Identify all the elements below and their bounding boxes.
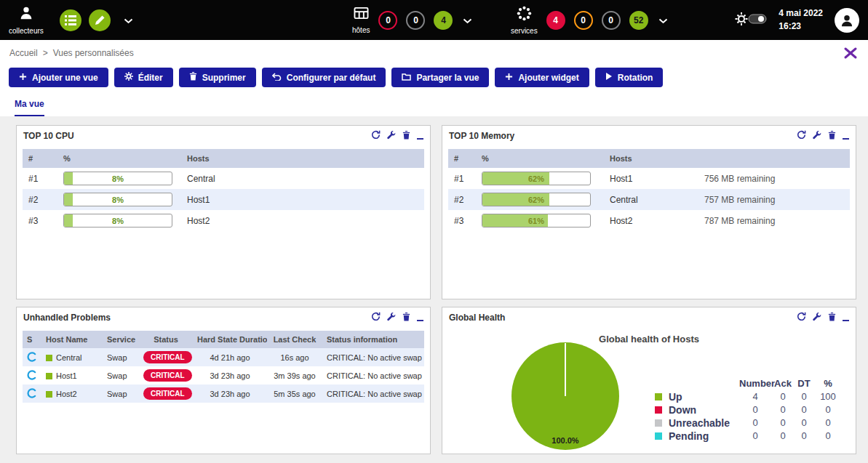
column-header: % bbox=[57, 149, 181, 168]
trash-icon[interactable] bbox=[828, 311, 836, 324]
set-default-button[interactable]: Configurer par défaut bbox=[262, 68, 386, 87]
trash-icon[interactable] bbox=[402, 129, 410, 142]
trash-icon[interactable] bbox=[402, 311, 410, 324]
host-cell[interactable]: Central bbox=[41, 348, 103, 366]
service-cell[interactable]: Swap bbox=[103, 366, 139, 385]
refresh-icon[interactable] bbox=[371, 129, 381, 142]
services-ok-counter[interactable]: 52 bbox=[629, 11, 648, 30]
service-cell[interactable]: Swap bbox=[103, 348, 139, 366]
rank-cell: #2 bbox=[23, 189, 57, 210]
gear-icon bbox=[124, 72, 133, 83]
rotation-button[interactable]: Rotation bbox=[595, 68, 664, 87]
legend-number: 4 bbox=[739, 390, 771, 403]
widget-top10-memory: TOP 10 Memory # % Hosts bbox=[442, 125, 856, 299]
host-cell[interactable]: Host2 bbox=[41, 385, 103, 403]
rank-cell: #3 bbox=[448, 210, 476, 231]
chevron-down-icon[interactable] bbox=[658, 14, 668, 27]
status-info-cell: CRITICAL: No active swap bbox=[322, 348, 424, 366]
rank-cell: #2 bbox=[448, 189, 476, 210]
legend-label: Pending bbox=[665, 430, 739, 443]
host-status-square bbox=[46, 373, 52, 379]
minimize-icon[interactable] bbox=[417, 132, 423, 140]
services-warning-counter[interactable]: 0 bbox=[574, 11, 593, 30]
duration-cell: 3d 23h ago bbox=[193, 385, 267, 403]
chevron-down-icon[interactable] bbox=[124, 14, 133, 27]
button-label: Ajouter une vue bbox=[32, 73, 98, 83]
breadcrumb-home[interactable]: Accueil bbox=[9, 48, 38, 58]
share-view-button[interactable]: Partager la vue bbox=[391, 68, 489, 87]
user-avatar[interactable] bbox=[835, 8, 859, 33]
host-cell[interactable]: Host1 bbox=[41, 366, 103, 385]
legend-label: Down bbox=[665, 403, 739, 416]
services-unknown-counter[interactable]: 0 bbox=[602, 11, 621, 30]
play-icon bbox=[605, 72, 613, 83]
wrench-icon[interactable] bbox=[387, 311, 396, 324]
host-cell: Central bbox=[181, 168, 424, 189]
hosts-unreachable-counter[interactable]: 0 bbox=[406, 11, 425, 30]
problems-table: S Host Name Service Status Hard State Du… bbox=[23, 331, 424, 403]
cpu-progress-bar: 8% bbox=[63, 193, 172, 206]
memory-progress-bar: 62% bbox=[482, 193, 591, 206]
refresh-icon[interactable] bbox=[371, 311, 381, 324]
centreon-icon bbox=[27, 355, 37, 363]
legend-swatch-pending bbox=[655, 432, 662, 440]
hosts-up-counter[interactable]: 4 bbox=[434, 11, 453, 30]
remaining-cell: 757 MB remaining bbox=[698, 189, 850, 210]
refresh-icon[interactable] bbox=[797, 311, 806, 324]
pie-slice-divider bbox=[565, 343, 566, 396]
trash-icon[interactable] bbox=[828, 129, 836, 142]
memory-progress-bar: 62% bbox=[482, 172, 591, 185]
legend-pct: 0 bbox=[813, 403, 843, 416]
chevron-down-icon[interactable] bbox=[463, 14, 472, 27]
tab-ma-vue[interactable]: Ma vue bbox=[15, 99, 44, 116]
minimize-icon[interactable] bbox=[843, 132, 849, 140]
edit-view-button[interactable]: Éditer bbox=[114, 68, 173, 87]
services-label: services bbox=[511, 27, 538, 35]
chart-title: Global health of Hosts bbox=[442, 334, 856, 345]
host-cell: Host2 bbox=[181, 210, 424, 231]
status-badge: CRITICAL bbox=[143, 387, 192, 400]
wrench-icon[interactable] bbox=[813, 129, 821, 142]
poller-list-icon[interactable] bbox=[60, 9, 81, 31]
crossed-tools-icon[interactable] bbox=[843, 47, 858, 63]
legend-dt: 0 bbox=[795, 390, 813, 403]
pollers-menu[interactable]: collecteurs bbox=[9, 0, 44, 40]
legend-label: Up bbox=[665, 390, 739, 403]
clock: 4 mai 2022 16:23 bbox=[779, 7, 823, 33]
widget-title: TOP 10 Memory bbox=[449, 131, 797, 141]
services-menu[interactable]: services bbox=[511, 6, 538, 35]
button-label: Configurer par défaut bbox=[287, 73, 376, 83]
refresh-icon[interactable] bbox=[797, 129, 806, 142]
delete-view-button[interactable]: Supprimer bbox=[179, 68, 256, 87]
minimize-icon[interactable] bbox=[417, 313, 423, 321]
services-critical-counter[interactable]: 4 bbox=[546, 11, 565, 30]
theme-toggle[interactable] bbox=[735, 11, 767, 30]
topbar-right-group: 4 mai 2022 16:23 bbox=[735, 0, 859, 40]
add-widget-button[interactable]: Ajouter widget bbox=[495, 68, 589, 87]
legend-ack: 0 bbox=[771, 416, 795, 430]
person-icon bbox=[18, 5, 34, 24]
add-view-button[interactable]: Ajouter une vue bbox=[9, 68, 108, 87]
cpu-progress-bar: 8% bbox=[63, 172, 172, 185]
button-label: Supprimer bbox=[202, 73, 246, 83]
wrench-icon[interactable] bbox=[387, 129, 396, 142]
column-header: Status bbox=[139, 331, 193, 348]
export-configuration-icon[interactable] bbox=[89, 9, 111, 31]
hosts-menu[interactable]: hôtes bbox=[352, 7, 370, 34]
wrench-icon[interactable] bbox=[813, 311, 821, 324]
clock-time: 16:23 bbox=[779, 20, 823, 33]
legend-dt: 0 bbox=[795, 403, 813, 416]
view-toolbar: Ajouter une vue Éditer Supprimer Configu… bbox=[0, 66, 868, 87]
column-header: Service bbox=[103, 331, 139, 348]
host-status-square bbox=[46, 355, 52, 361]
minimize-icon[interactable] bbox=[843, 313, 849, 321]
legend-swatch-unreachable bbox=[655, 419, 662, 427]
widget-title: TOP 10 CPU bbox=[23, 131, 371, 141]
column-header: Hosts bbox=[181, 149, 424, 168]
table-row: #1 8% Central bbox=[23, 168, 424, 189]
legend-ack: 0 bbox=[771, 430, 795, 443]
legend-label: Unreachable bbox=[665, 416, 739, 430]
breadcrumb-current[interactable]: Vues personnalisées bbox=[53, 48, 134, 58]
hosts-down-counter[interactable]: 0 bbox=[378, 11, 397, 30]
service-cell[interactable]: Swap bbox=[103, 385, 139, 403]
